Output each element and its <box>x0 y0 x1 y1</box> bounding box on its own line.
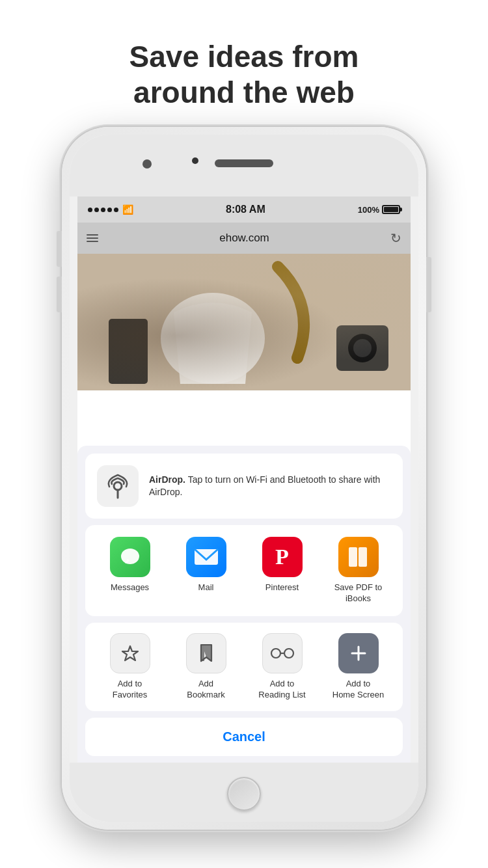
ibooks-icon <box>338 537 379 577</box>
svg-point-15 <box>271 649 280 658</box>
battery-percent: 100% <box>358 205 379 215</box>
svg-rect-13 <box>349 548 357 566</box>
phone-bottom <box>70 763 418 822</box>
page-title: Save ideas from around the web <box>0 0 488 130</box>
cancel-button[interactable]: Cancel <box>97 729 391 744</box>
cancel-section: Cancel <box>85 718 403 756</box>
signal-dot-5 <box>114 208 118 212</box>
phone-top <box>70 135 418 197</box>
favorites-label: Add toFavorites <box>113 679 147 701</box>
action-bookmark[interactable]: AddBookmark <box>180 633 232 701</box>
favorites-icon <box>110 633 150 673</box>
action-reading-list[interactable]: Add toReading List <box>256 633 308 701</box>
app-messages[interactable]: Messages <box>104 537 156 593</box>
ibooks-label: Save PDF to iBooks <box>332 582 385 604</box>
svg-point-8 <box>121 549 139 564</box>
home-button[interactable] <box>227 777 261 811</box>
airdrop-section[interactable]: AirDrop. Tap to turn on Wi-Fi and Blueto… <box>85 454 403 519</box>
screen: 📶 8:08 AM 100% ehow.com ↻ <box>77 197 411 763</box>
action-home-screen[interactable]: Add toHome Screen <box>332 633 385 701</box>
home-screen-icon <box>338 633 379 673</box>
app-mail[interactable]: Mail <box>180 537 232 593</box>
actions-section: Add toFavorites AddBookmark <box>85 623 403 711</box>
mail-label: Mail <box>198 582 214 593</box>
signal-dot-2 <box>94 208 99 212</box>
status-bar: 📶 8:08 AM 100% <box>77 197 411 223</box>
reload-icon[interactable]: ↻ <box>390 230 401 246</box>
signal-dot-4 <box>107 208 112 212</box>
share-sheet: AirDrop. Tap to turn on Wi-Fi and Blueto… <box>77 446 411 763</box>
app-pinterest[interactable]: P Pinterest <box>256 537 308 593</box>
clock: 8:08 AM <box>226 204 265 215</box>
menu-icon[interactable] <box>87 234 98 242</box>
bookmark-icon <box>186 633 226 673</box>
messages-label: Messages <box>111 582 149 593</box>
mail-icon <box>186 537 226 577</box>
signal-dot-3 <box>101 208 105 212</box>
battery-icon <box>382 205 400 214</box>
action-favorites[interactable]: Add toFavorites <box>104 633 156 701</box>
power-button <box>426 257 431 312</box>
volume-down-button <box>57 277 62 312</box>
pinterest-icon: P <box>262 537 303 577</box>
svg-point-16 <box>284 649 293 658</box>
airdrop-description: AirDrop. Tap to turn on Wi-Fi and Blueto… <box>149 474 391 499</box>
svg-marker-14 <box>122 646 138 660</box>
app-ibooks[interactable]: Save PDF to iBooks <box>332 537 385 604</box>
bookmark-label: AddBookmark <box>187 679 225 701</box>
volume-up-button <box>57 231 62 267</box>
pinterest-label: Pinterest <box>265 582 299 593</box>
web-content <box>77 254 411 390</box>
selfie-camera <box>192 157 198 164</box>
reading-list-label: Add toReading List <box>258 679 305 701</box>
reading-list-icon <box>262 633 303 673</box>
url-display[interactable]: ehow.com <box>105 232 384 245</box>
wifi-icon: 📶 <box>122 204 133 215</box>
speaker <box>215 159 273 167</box>
browser-bar: ehow.com ↻ <box>77 223 411 254</box>
svg-point-7 <box>114 482 122 490</box>
signal-dot-1 <box>88 208 92 212</box>
messages-icon <box>110 537 150 577</box>
phone-frame: 📶 8:08 AM 100% ehow.com ↻ <box>62 127 426 830</box>
apps-section: Messages Mail <box>85 525 403 616</box>
front-camera <box>142 159 152 169</box>
svg-rect-12 <box>359 547 367 567</box>
home-screen-label: Add toHome Screen <box>332 679 384 701</box>
airdrop-icon <box>97 465 139 507</box>
